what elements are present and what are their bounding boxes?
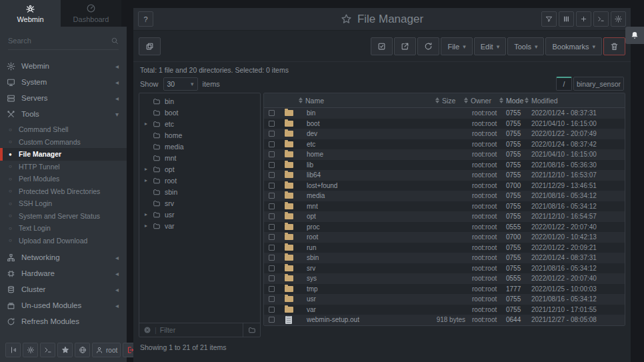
- location-input[interactable]: [573, 77, 624, 91]
- file-name[interactable]: lost+found: [299, 182, 421, 189]
- tree-item-opt[interactable]: ▸opt: [139, 163, 260, 175]
- table-row[interactable]: rootroot:root07002022/01/20 - 10:42:13: [264, 232, 625, 243]
- file-name[interactable]: webmin-setup.out: [299, 316, 421, 323]
- table-row[interactable]: lost+foundroot:root07002021/12/29 - 13:4…: [264, 181, 625, 191]
- edit-menu-button[interactable]: Edit▾: [474, 37, 507, 55]
- items-per-page-select[interactable]: 30 ▾: [163, 77, 198, 91]
- sidebar-item-http-tunnel[interactable]: ○HTTP Tunnel: [0, 161, 127, 173]
- file-name[interactable]: var: [299, 306, 421, 313]
- row-checkbox[interactable]: [269, 317, 275, 323]
- sidebar-item-networking[interactable]: Networking◂: [0, 249, 127, 265]
- favorites-button[interactable]: [57, 343, 73, 357]
- clear-filter-icon[interactable]: [143, 326, 151, 334]
- row-checkbox[interactable]: [269, 296, 275, 302]
- sidebar-item-tools[interactable]: Tools▾: [0, 106, 127, 122]
- column-header-modified[interactable]: Modified: [525, 97, 625, 105]
- file-name[interactable]: root: [299, 233, 421, 241]
- sidebar-item-command-shell[interactable]: ○Command Shell: [0, 123, 127, 136]
- file-name[interactable]: run: [299, 244, 421, 251]
- table-row[interactable]: etcroot:root07552022/01/24 - 08:37:42: [264, 139, 625, 150]
- file-name[interactable]: home: [299, 151, 421, 158]
- sidebar-item-custom-commands[interactable]: ○Custom Commands: [0, 136, 127, 149]
- folder-icon[interactable]: [243, 323, 256, 337]
- expand-icon[interactable]: ▸: [145, 177, 153, 183]
- row-checkbox[interactable]: [269, 162, 275, 168]
- table-row[interactable]: procroot:root05552022/01/22 - 20:07:40: [264, 222, 625, 233]
- row-checkbox[interactable]: [269, 245, 275, 251]
- sidebar-item-ssh-login[interactable]: ○SSH Login: [0, 197, 127, 210]
- file-name[interactable]: sbin: [299, 254, 421, 261]
- expand-icon[interactable]: ▸: [145, 211, 153, 217]
- sidebar-item-refresh-modules[interactable]: Refresh Modules: [0, 313, 127, 329]
- row-checkbox[interactable]: [269, 203, 275, 209]
- row-checkbox[interactable]: [269, 213, 275, 219]
- columns-button[interactable]: [559, 11, 574, 27]
- user-button[interactable]: root: [92, 343, 121, 357]
- clone-tab-button[interactable]: [139, 37, 161, 55]
- tree-item-bin[interactable]: bin: [139, 95, 260, 107]
- tree-item-etc[interactable]: ▸etc: [139, 118, 260, 129]
- file-name[interactable]: bin: [299, 109, 421, 117]
- table-row[interactable]: bootroot:root07552021/04/10 - 16:15:00: [264, 119, 625, 129]
- sidebar-item-protected-web-directories[interactable]: ○Protected Web Directories: [0, 185, 127, 198]
- tree-item-home[interactable]: home: [139, 129, 260, 141]
- table-row[interactable]: tmproot:root17772022/01/25 - 10:00:03: [264, 284, 625, 295]
- table-row[interactable]: devroot:root07552022/01/22 - 20:07:49: [264, 129, 625, 139]
- row-checkbox[interactable]: [269, 193, 275, 199]
- select-all-button[interactable]: [371, 37, 393, 55]
- table-row[interactable]: mntroot:root07552021/08/16 - 05:34:12: [264, 201, 625, 212]
- sidebar-item-hardware[interactable]: Hardware◂: [0, 265, 127, 281]
- table-row[interactable]: binroot:root07552022/01/24 - 08:37:31: [264, 108, 625, 119]
- file-menu-button[interactable]: File▾: [441, 37, 472, 55]
- file-name[interactable]: etc: [299, 141, 421, 148]
- favorite-star-icon[interactable]: [341, 13, 352, 25]
- tree-item-var[interactable]: ▸var: [139, 220, 260, 231]
- tree-item-usr[interactable]: ▸usr: [139, 209, 260, 220]
- shell-button[interactable]: [593, 11, 609, 27]
- row-checkbox[interactable]: [269, 234, 275, 240]
- sidebar-item-cluster[interactable]: Cluster◂: [0, 281, 127, 297]
- row-checkbox[interactable]: [269, 141, 275, 147]
- expand-icon[interactable]: ▸: [145, 121, 153, 127]
- table-row[interactable]: homeroot:root07552021/04/10 - 16:15:00: [264, 149, 625, 160]
- tree-item-srv[interactable]: srv: [139, 197, 260, 209]
- file-name[interactable]: mnt: [299, 203, 421, 210]
- row-checkbox[interactable]: [269, 183, 275, 189]
- file-name[interactable]: usr: [299, 295, 421, 303]
- theme-toggle-button[interactable]: [23, 343, 38, 357]
- table-row[interactable]: mediaroot:root07552021/08/16 - 05:34:12: [264, 191, 625, 201]
- row-checkbox[interactable]: [269, 307, 275, 313]
- row-checkbox[interactable]: [269, 151, 275, 157]
- table-row[interactable]: sbinroot:root07552022/01/24 - 08:37:31: [264, 253, 625, 263]
- row-checkbox[interactable]: [269, 265, 275, 271]
- file-name[interactable]: opt: [299, 213, 421, 220]
- file-name[interactable]: proc: [299, 223, 421, 231]
- table-row[interactable]: usrroot:root07552021/08/16 - 05:34:12: [264, 294, 625, 305]
- row-checkbox[interactable]: [269, 224, 275, 230]
- notifications-button[interactable]: [625, 27, 644, 44]
- bookmarks-menu-button[interactable]: Bookmarks▾: [545, 37, 602, 55]
- tree-filter-input[interactable]: [160, 326, 239, 334]
- row-checkbox[interactable]: [269, 255, 275, 261]
- sidebar-item-system-and-server-status[interactable]: ○System and Server Status: [0, 210, 127, 223]
- sidebar-item-text-login[interactable]: ○Text Login: [0, 222, 127, 235]
- tree-item-sbin[interactable]: sbin: [139, 186, 260, 197]
- table-row[interactable]: lib64root:root07552021/12/10 - 16:53:07: [264, 170, 625, 181]
- table-row[interactable]: varroot:root07552021/12/10 - 17:01:55: [264, 305, 625, 315]
- sidebar-item-upload-and-download[interactable]: ○Upload and Download: [0, 235, 127, 247]
- sidebar-item-perl-modules[interactable]: ○Perl Modules: [0, 173, 127, 185]
- file-name[interactable]: boot: [299, 120, 421, 127]
- root-path-button[interactable]: /: [556, 77, 572, 91]
- sidebar-item-servers[interactable]: Servers◂: [0, 90, 127, 106]
- row-checkbox[interactable]: [269, 172, 275, 178]
- refresh-button[interactable]: [417, 37, 439, 55]
- collapse-sidebar-button[interactable]: [5, 343, 21, 357]
- tree-item-mnt[interactable]: mnt: [139, 152, 260, 163]
- row-checkbox[interactable]: [269, 121, 275, 127]
- column-header-name[interactable]: Name: [299, 97, 421, 105]
- sidebar-item-system[interactable]: System◂: [0, 74, 127, 90]
- file-name[interactable]: tmp: [299, 285, 421, 293]
- open-in-new-button[interactable]: [394, 37, 416, 55]
- help-button[interactable]: ?: [138, 11, 153, 27]
- filter-button[interactable]: [541, 11, 557, 27]
